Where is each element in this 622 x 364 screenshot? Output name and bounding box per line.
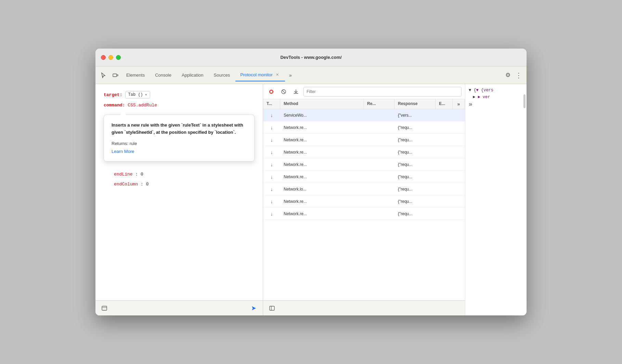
dropdown-arrow-icon: ▾ bbox=[145, 93, 147, 97]
detail-line-1: ▼ {▼ {vers bbox=[469, 87, 523, 94]
left-panel-content: target: Tab () ▾ command: CSS.addRule bbox=[95, 84, 263, 300]
row-re bbox=[364, 150, 394, 154]
protocol-table[interactable]: T... Method Re... Response E... » ↓ Serv… bbox=[263, 99, 465, 300]
row-type: ↓ bbox=[263, 147, 280, 157]
row-e bbox=[436, 162, 453, 167]
row-response: {"requ... bbox=[394, 172, 436, 181]
send-button[interactable] bbox=[249, 303, 259, 313]
row-e bbox=[436, 187, 453, 191]
row-e bbox=[436, 113, 453, 117]
row-method: Network.lo... bbox=[280, 185, 364, 194]
detail-panel: ▼ {▼ {vers ► ► ver » bbox=[465, 84, 527, 315]
tooltip-returns: Returns: rule bbox=[112, 141, 247, 146]
param-endcolumn-name: endColumn bbox=[114, 182, 138, 187]
row-type: ↓ bbox=[263, 209, 280, 219]
table-row[interactable]: ↓ Network.lo... {"requ... bbox=[263, 183, 465, 195]
target-line: target: Tab () ▾ bbox=[104, 91, 255, 99]
command-value: CSS.addRule bbox=[128, 103, 157, 108]
row-e bbox=[436, 212, 453, 216]
record-stop-button[interactable] bbox=[267, 87, 276, 96]
table-row[interactable]: ↓ Network.re... {"requ... bbox=[263, 121, 465, 134]
filter-input[interactable] bbox=[303, 87, 462, 96]
table-header: T... Method Re... Response E... » bbox=[263, 99, 465, 109]
param-endline-value: 0 bbox=[141, 172, 143, 177]
svg-rect-3 bbox=[102, 306, 107, 310]
row-e bbox=[436, 175, 453, 179]
svg-rect-11 bbox=[270, 306, 274, 310]
command-line: command: CSS.addRule bbox=[104, 103, 255, 108]
code-params: endLine : 0 endColumn : 0 bbox=[104, 172, 255, 187]
row-re bbox=[364, 212, 394, 216]
row-type: ↓ bbox=[263, 172, 280, 182]
detail-line-2: ► ► ver bbox=[469, 94, 523, 101]
table-row[interactable]: ↓ Network.re... {"requ... bbox=[263, 208, 465, 220]
row-type: ↓ bbox=[263, 160, 280, 169]
svg-line-9 bbox=[282, 90, 285, 93]
svg-rect-2 bbox=[117, 75, 118, 76]
table-row[interactable]: ↓ ServiceWo... {"vers... bbox=[263, 109, 465, 121]
row-re bbox=[364, 175, 394, 179]
command-label: command: bbox=[104, 103, 125, 108]
row-response: {"requ... bbox=[394, 148, 436, 157]
tab-console[interactable]: Console bbox=[150, 69, 176, 81]
table-row[interactable]: ↓ Network.re... {"requ... bbox=[263, 146, 465, 158]
svg-rect-1 bbox=[113, 74, 117, 77]
th-method: Method bbox=[280, 99, 364, 109]
row-e bbox=[436, 150, 453, 154]
row-re bbox=[364, 113, 394, 117]
sidebar-toggle-button[interactable] bbox=[100, 303, 109, 313]
table-row[interactable]: ↓ Network.re... {"requ... bbox=[263, 195, 465, 208]
param-line-endline: endLine : 0 bbox=[104, 172, 255, 177]
learn-more-link[interactable]: Learn More bbox=[112, 149, 134, 154]
th-e: E... bbox=[436, 99, 453, 109]
row-type: ↓ bbox=[263, 110, 280, 120]
more-tabs-button[interactable]: » bbox=[286, 70, 295, 80]
main-content: target: Tab () ▾ command: CSS.addRule bbox=[95, 84, 527, 315]
settings-button[interactable]: ⚙ bbox=[503, 70, 513, 80]
tooltip-arrow bbox=[120, 112, 126, 115]
param-endline-sep: : bbox=[135, 172, 138, 177]
tab-close-icon[interactable]: ✕ bbox=[275, 72, 280, 78]
row-method: Network.re... bbox=[280, 160, 364, 169]
row-response: {"requ... bbox=[394, 123, 436, 132]
tab-application[interactable]: Application bbox=[177, 69, 208, 81]
row-type: ↓ bbox=[263, 197, 280, 206]
row-e bbox=[436, 138, 453, 142]
row-re bbox=[364, 138, 394, 142]
th-type: T... bbox=[263, 99, 280, 109]
tab-elements[interactable]: Elements bbox=[121, 69, 150, 81]
detail-more-button[interactable]: » bbox=[469, 101, 523, 108]
tab-sources[interactable]: Sources bbox=[209, 69, 235, 81]
left-panel-bottom-bar bbox=[95, 300, 263, 315]
table-row[interactable]: ↓ Network.re... {"requ... bbox=[263, 171, 465, 183]
row-re bbox=[364, 126, 394, 130]
cursor-icon-btn[interactable] bbox=[98, 70, 109, 81]
target-dropdown[interactable]: Tab () ▾ bbox=[125, 91, 150, 99]
row-response: {"requ... bbox=[394, 197, 436, 206]
target-value: Tab () bbox=[128, 92, 143, 97]
param-line-endcolumn: endColumn : 0 bbox=[104, 182, 255, 187]
tooltip-popup: Inserts a new rule with the given `ruleT… bbox=[104, 115, 255, 161]
export-button[interactable] bbox=[291, 87, 301, 96]
target-label: target: bbox=[104, 92, 122, 98]
th-more[interactable]: » bbox=[453, 99, 465, 109]
table-row[interactable]: ↓ Network.re... {"requ... bbox=[263, 158, 465, 171]
clear-button[interactable] bbox=[279, 87, 288, 96]
window-title: DevTools - www.google.com/ bbox=[280, 55, 341, 60]
minimize-button[interactable] bbox=[108, 55, 113, 60]
expand-icon[interactable]: ▼ bbox=[469, 88, 471, 93]
close-button[interactable] bbox=[101, 55, 106, 60]
device-toolbar-icon-btn[interactable] bbox=[110, 70, 121, 81]
tab-protocol-monitor[interactable]: Protocol monitor ✕ bbox=[235, 69, 285, 81]
collapse-icon[interactable]: ► bbox=[473, 95, 475, 100]
table-row[interactable]: ↓ Network.re... {"requ... bbox=[263, 134, 465, 146]
kebab-menu-button[interactable]: ⋮ bbox=[514, 70, 524, 80]
th-response: Response bbox=[394, 99, 436, 109]
svg-marker-5 bbox=[252, 306, 256, 310]
maximize-button[interactable] bbox=[116, 55, 121, 60]
scrollbar-thumb bbox=[523, 94, 526, 108]
row-response: {"requ... bbox=[394, 209, 436, 218]
row-method: Network.re... bbox=[280, 209, 364, 218]
title-bar: DevTools - www.google.com/ bbox=[95, 49, 527, 66]
collapse-panel-button[interactable] bbox=[267, 303, 277, 313]
